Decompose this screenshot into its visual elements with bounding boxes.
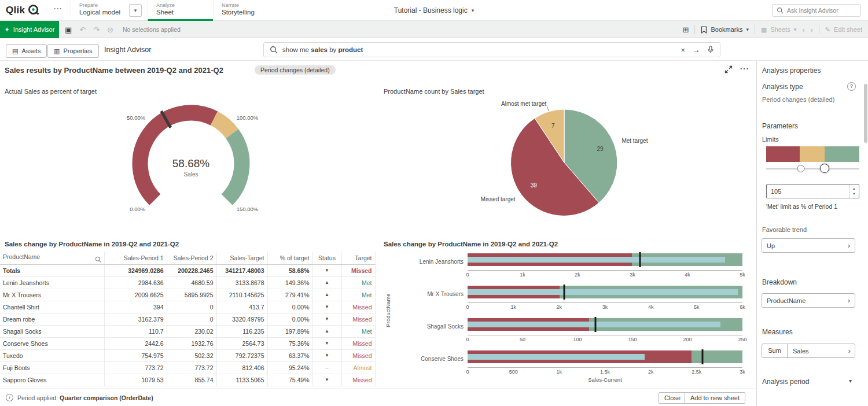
breakdown-selector[interactable]: ProductName › [762,293,855,308]
axis-tick-label: 3k [602,304,608,310]
properties-label: Properties [63,47,92,54]
close-button[interactable]: Close [659,392,686,404]
table-row[interactable]: Chantell Shirt3940413.70.00%▼Missed [0,301,375,313]
bullet-row[interactable]: Shagall Socks050100150200250 [392,310,745,342]
undo-selection-button[interactable]: ↶ [79,26,86,34]
value-cell: 116.235 [216,325,267,337]
bullet-plot[interactable]: 01k2k3k4k5k [468,245,742,278]
ask-insight-advisor-input[interactable] [787,7,851,14]
previous-sheet-button[interactable]: ‹ [802,26,804,34]
bullet-row[interactable]: Conserve Shoes05001k1.5k2k2.5k3k [392,342,745,375]
axis-tick-label: 0 [466,304,469,310]
measure-aggregation[interactable]: Sum [762,344,788,357]
divider [819,25,819,34]
nav-narrate[interactable]: Narrate Storytelling [213,0,282,21]
qlik-sense-app: Qlik ⋯ Prepare Logical model ▾ Analyze S… [0,0,868,406]
value-cell: 63.37% [267,349,312,361]
qlik-logo[interactable]: Qlik [6,4,40,16]
limit-slider-handle-high[interactable] [820,164,829,173]
column-search-icon[interactable] [95,256,101,263]
add-to-new-sheet-button[interactable]: Add to new sheet [685,392,745,404]
ask-insight-advisor-search[interactable] [772,4,861,17]
logical-model-dropdown-button[interactable]: ▾ [129,4,142,17]
value-cell: 413.7 [216,301,267,313]
column-header[interactable]: Target [341,252,375,264]
table-row[interactable]: Tuxedo754.975502.32792.7237563.37%▼Misse… [0,349,375,361]
app-title-menu[interactable]: Tutorial - Business logic ▾ [394,0,474,21]
query-term: by [328,46,339,53]
table-row[interactable]: Totals324969.0286200228.2465341217.48003… [0,264,375,276]
product-cell: Lenin Jeanshorts [0,276,104,289]
nav-analyze[interactable]: Analyze Sheet [148,0,213,21]
bullet-row[interactable]: Mr X Trousers01k2k3k4k5k6k [392,278,745,310]
column-header[interactable]: ProductName [0,252,104,264]
bullet-y-axis-label: ProductName [384,245,392,375]
limits-slider[interactable] [766,168,859,169]
table-row[interactable]: Lenin Jeanshorts2984.6364680.593133.8678… [0,276,375,289]
bullet-plot[interactable]: 01k2k3k4k5k6k [468,278,742,310]
result-menu-button[interactable]: ⋯ [740,63,749,74]
column-header[interactable]: % of target [267,252,312,264]
bullet-target-marker [702,349,704,364]
nav-prepare[interactable]: Prepare Logical model ▾ [71,0,148,21]
help-icon[interactable]: ? [847,82,856,91]
bookmarks-menu[interactable]: Bookmarks ▾ [701,26,749,34]
value-cell: 3320.49795 [216,313,267,325]
value-cell: Met [341,325,375,337]
value-cell: Missed [341,349,375,361]
stepper-down-icon[interactable]: ▾ [853,191,855,196]
analysis-period-collapse-button[interactable]: ▾ [849,378,852,384]
stepper-up-icon[interactable]: ▴ [853,186,855,191]
limit-value-field[interactable]: ▴ ▾ [766,184,859,198]
insight-advisor-button[interactable]: ✦ Insight Advisor [0,21,59,38]
column-header[interactable]: Sales-Period 1 [104,252,167,264]
table-row[interactable]: Conserve Shoes2442.61932.762564.7375.36%… [0,337,375,349]
limit-slider-handle-low[interactable] [797,165,804,172]
svg-text:50.00%: 50.00% [127,115,146,121]
bullet-plot[interactable]: 05001k1.5k2k2.5k3k [468,342,742,375]
assets-button[interactable]: ▤ Assets [6,44,47,58]
info-icon[interactable]: i [6,394,13,401]
table-row[interactable]: Mr X Trousers2009.66255895.99252110.1456… [0,289,375,301]
sheets-menu[interactable]: ▦ Sheets ▾ [761,26,796,34]
favorable-trend-selector[interactable]: Up › [762,238,855,253]
bullet-plot[interactable]: 050100150200250 [468,310,742,342]
redo-selection-button[interactable]: ↷ [93,26,100,34]
bullet-chart[interactable]: ProductName Lenin Jeanshorts01k2k3k4k5kM… [384,245,752,389]
selections-status-text: No selections applied [123,26,181,33]
limit-stepper[interactable]: ▴ ▾ [849,184,859,198]
expand-button[interactable] [724,65,733,73]
app-overview-button[interactable]: ⊞ [683,26,689,34]
table-row[interactable]: Sapporo Gloves1079.53855.741133.506575.4… [0,374,375,386]
table-row[interactable]: Dream robe3162.37903320.497950.00%▼Misse… [0,313,375,325]
insight-query-search[interactable]: show me sales by product × → [263,42,720,57]
properties-button[interactable]: ▥ Properties [47,44,99,58]
column-header[interactable]: Sales-Period 2 [167,252,216,264]
selections-tool-button[interactable]: ▣ [65,26,72,34]
limits-color-bar[interactable] [766,146,859,162]
limit-value-input[interactable] [767,188,849,195]
submit-query-button[interactable]: → [692,46,700,54]
bullet-row[interactable]: Lenin Jeanshorts01k2k3k4k5k [392,245,745,278]
column-header[interactable]: Status [312,252,341,264]
measure-selector[interactable]: Sum Sales › [762,344,855,358]
clear-selections-button[interactable]: ⊘ [107,26,113,34]
edit-sheet-button[interactable]: ✎ Edit sheet [825,26,862,34]
svg-text:Sales: Sales [183,171,198,178]
value-cell: 2984.636 [104,276,167,289]
gauge-chart[interactable]: 0.00%50.00%100.00%150.00%58.68%Sales [93,95,289,234]
table-row[interactable]: Fuji Boots773.72773.72812.40695.24%--Alm… [0,361,375,374]
breakdown-value: ProductName [767,297,806,304]
next-sheet-button[interactable]: › [811,26,813,34]
results-table[interactable]: ProductNameSales-Period 1Sales-Period 2S… [0,252,376,386]
panel-scrollbar-thumb[interactable] [864,84,867,143]
nav-category: Analyze [156,2,213,8]
clear-query-button[interactable]: × [681,46,685,54]
column-header[interactable]: Sales-Target [216,252,267,264]
table-row[interactable]: Shagall Socks110.7230.02116.235197.89%▲M… [0,325,375,337]
voice-query-button[interactable] [707,46,714,54]
value-cell: 2442.6 [104,337,167,349]
pie-chart[interactable]: 29Met target39Missed target7Almost met t… [384,97,752,235]
query-text[interactable]: show me sales by product [282,46,674,53]
global-menu-button[interactable]: ⋯ [53,3,62,14]
